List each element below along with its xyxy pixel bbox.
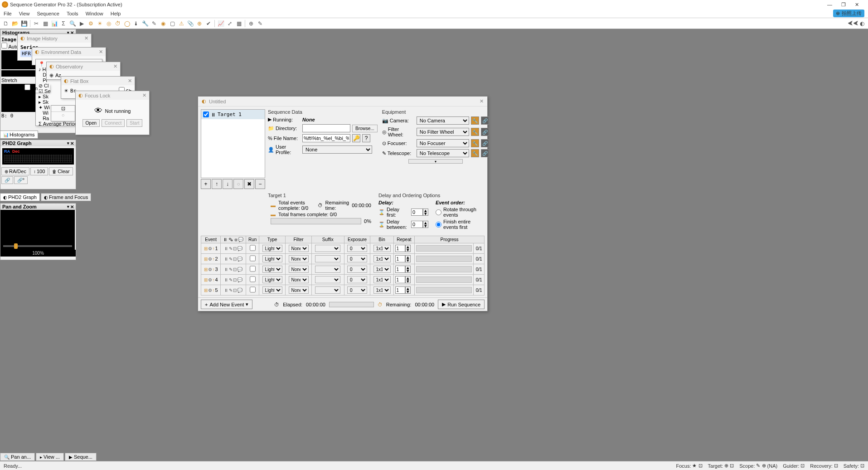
grid-icon[interactable]: ▦ [235, 19, 243, 28]
link-button[interactable]: 🔗 [1, 176, 13, 184]
target-item[interactable]: ⏸ Target 1 [201, 110, 265, 119]
camera-select[interactable]: No Camera [417, 116, 469, 125]
collapse-button[interactable]: − [255, 179, 265, 189]
wrench-icon[interactable]: 🔧 [141, 19, 149, 28]
pan-zoom-display[interactable] [0, 210, 75, 250]
close-icon[interactable]: ✕ [128, 78, 132, 84]
target-checkbox[interactable] [203, 111, 209, 117]
wrench-icon[interactable]: 🔧 [471, 149, 479, 157]
exposure-select[interactable]: 0 [347, 286, 367, 294]
upload-badge[interactable]: 拍照上传 [833, 10, 864, 17]
up-icon[interactable]: ⊡ [51, 106, 75, 112]
view-tab[interactable]: ▸ View ... [36, 453, 64, 461]
menu-tools[interactable]: Tools [67, 11, 78, 16]
tool-icon[interactable]: ✂ [32, 19, 40, 28]
exposure-select[interactable]: 0 [347, 245, 367, 252]
zoom-icon[interactable]: ⤢ [226, 19, 234, 28]
filename-input[interactable] [302, 134, 350, 142]
histograms-tab[interactable]: 📊 Histograms [0, 131, 38, 139]
tool-icon[interactable]: ▦ [41, 19, 49, 28]
save-icon[interactable]: 💾 [20, 19, 28, 28]
exposure-select[interactable]: 0 [347, 266, 367, 273]
bin-select[interactable]: 1x1 [373, 245, 391, 252]
link-icon[interactable]: 🔗 [481, 149, 489, 157]
key-icon[interactable]: 🔑 [352, 134, 360, 142]
filter-select[interactable]: None [289, 266, 309, 273]
close-icon[interactable]: ✕ [99, 49, 103, 55]
add-target-button[interactable]: + [201, 179, 211, 189]
zoom-slider-thumb[interactable] [14, 243, 18, 249]
repeat-input[interactable] [395, 286, 405, 294]
close-icon[interactable]: ✕ [113, 63, 117, 69]
search-icon[interactable]: 🔍 [68, 19, 77, 28]
filter-select[interactable]: None [289, 255, 309, 262]
run-sequence-button[interactable]: ▶ Run Sequence [438, 300, 485, 309]
wand2-icon[interactable]: ✎ [256, 19, 264, 28]
maximize-button[interactable]: ❐ [841, 2, 846, 8]
repeat-input[interactable] [395, 245, 405, 252]
ring-icon[interactable]: ◯ [123, 19, 131, 28]
run-checkbox[interactable] [250, 265, 256, 272]
zoom-slider[interactable] [3, 245, 72, 247]
clock-icon[interactable]: ⏱ [114, 19, 122, 28]
close-icon[interactable]: ✕ [480, 98, 484, 104]
type-select[interactable]: Light [262, 286, 282, 294]
circle-icon[interactable]: ◉ [159, 19, 167, 28]
delay-between-input[interactable] [411, 221, 423, 228]
rotate-radio[interactable] [436, 209, 441, 215]
minimize-button[interactable]: — [827, 2, 832, 8]
spinner-buttons[interactable]: ▴▾ [423, 221, 428, 228]
target2-icon[interactable]: ⊕ [195, 19, 204, 28]
delete-target-button[interactable]: ✖ [244, 179, 254, 189]
stop-button[interactable]: ○ [233, 179, 243, 189]
menu-view[interactable]: View [19, 11, 30, 16]
repeat-input[interactable] [395, 266, 405, 273]
bin-select[interactable]: 1x1 [373, 266, 391, 273]
link-icon[interactable]: 🔗 [481, 116, 489, 125]
type-select[interactable]: Light [262, 266, 282, 273]
pan-tab[interactable]: 🔍 Pan an... [0, 453, 35, 461]
suffix-select[interactable] [315, 276, 340, 283]
en-check[interactable]: En [24, 84, 50, 92]
repeat-input[interactable] [395, 276, 405, 283]
menu-file[interactable]: File [4, 11, 12, 16]
pin-icon[interactable]: ▾ [67, 204, 69, 209]
thermometer-icon[interactable]: 🌡 [132, 19, 140, 28]
start-button[interactable]: Start [126, 119, 142, 127]
phd2-tab[interactable]: ◐ PHD2 Graph [0, 193, 40, 201]
seq-tab[interactable]: ▶ Seque... [65, 453, 97, 461]
clear-button[interactable]: 🗑 Clear [49, 167, 73, 175]
link2-button[interactable]: 🔗° [14, 176, 28, 184]
filterwheel-select[interactable]: No Filter Wheel [417, 128, 469, 136]
filter-select[interactable]: None [289, 276, 309, 283]
expand-toggle[interactable]: ▾ [408, 159, 463, 164]
auto-checkbox[interactable]: Auto [1, 44, 19, 49]
close-button[interactable]: ✕ [855, 2, 859, 8]
delay-first-input[interactable] [411, 208, 423, 216]
pin-icon[interactable]: ▾ [67, 141, 69, 145]
graph-icon[interactable]: 📈 [217, 19, 225, 28]
suffix-select[interactable] [315, 255, 340, 262]
directory-input[interactable] [302, 124, 350, 132]
target-icon[interactable]: ◎ [105, 19, 113, 28]
move-up-button[interactable]: ↑ [212, 179, 222, 189]
exposure-select[interactable]: 0 [347, 255, 367, 262]
spinner-buttons[interactable]: ▴▾ [423, 208, 428, 216]
close-icon[interactable]: ✕ [70, 141, 74, 146]
type-select[interactable]: Light [262, 245, 282, 252]
sun-icon[interactable]: ☀ [96, 19, 104, 28]
wand-icon[interactable]: ✎ [150, 19, 158, 28]
telescope-select[interactable]: No Telescope [417, 149, 469, 157]
play-icon[interactable]: ▶ [78, 19, 86, 28]
suffix-select[interactable] [315, 266, 340, 273]
add-event-button[interactable]: + Add New Event ▾ [201, 300, 252, 309]
bin-select[interactable]: 1x1 [373, 286, 391, 294]
menu-window[interactable]: Window [86, 11, 103, 16]
open-icon[interactable]: 📂 [11, 19, 19, 28]
type-select[interactable]: Light [262, 255, 282, 262]
finish-radio[interactable] [436, 222, 441, 228]
help-icon[interactable]: ? [362, 134, 370, 142]
frame-focus-tab[interactable]: ◐ Frame and Focus [41, 193, 91, 201]
bin-select[interactable]: 1x1 [373, 255, 391, 262]
bin-select[interactable]: 1x1 [373, 276, 391, 283]
